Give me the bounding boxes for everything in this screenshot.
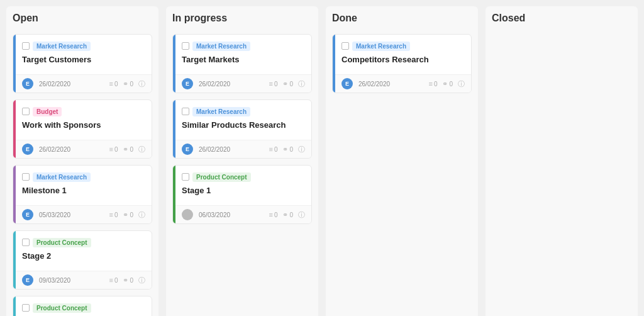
card-title: Similar Products Research — [182, 120, 305, 130]
card-footer: E26/02/2020≡ 0⚭ 0ⓘ — [13, 74, 152, 93]
card-accent-border — [13, 100, 16, 158]
link-count: ⚭ 0 — [123, 80, 133, 88]
card-category-badge: Product Concept — [33, 303, 91, 313]
card-checkbox[interactable] — [182, 173, 189, 181]
card-title: Competitors Research — [341, 55, 465, 64]
card-category-row: Market Research — [22, 171, 145, 184]
card-avatar: E — [22, 78, 33, 89]
card-accent-border — [173, 166, 175, 223]
task-card[interactable]: Market ResearchTarget CustomersE26/02/20… — [13, 34, 152, 93]
card-title: Stage 2 — [22, 251, 145, 261]
card-category-row: Budget — [22, 105, 145, 119]
card-checkbox[interactable] — [182, 42, 189, 50]
comment-icon: ≡ — [109, 145, 113, 153]
info-icon[interactable]: ⓘ — [138, 145, 145, 154]
card-title: Work with Sponsors — [22, 120, 145, 130]
info-icon[interactable]: ⓘ — [298, 210, 305, 220]
link-count: ⚭ 0 — [442, 80, 453, 88]
card-content: Market ResearchCompetitors Research — [333, 35, 471, 74]
task-card[interactable]: Product ConceptStage 2E09/03/2020≡ 0⚭ 0ⓘ — [13, 230, 152, 290]
card-category-row: Product Concept — [182, 171, 305, 184]
comment-number: 0 — [114, 81, 118, 87]
card-accent-border — [13, 166, 16, 223]
info-icon[interactable]: ⓘ — [458, 79, 465, 89]
card-date: 06/03/2020 — [199, 212, 230, 218]
task-card[interactable]: Product ConceptStage 106/03/2020≡ 0⚭ 0ⓘ — [172, 165, 312, 224]
card-checkbox[interactable] — [22, 239, 30, 246]
card-date: 26/02/2020 — [199, 81, 230, 87]
link-number: 0 — [130, 146, 133, 153]
card-footer-icons: ≡ 0⚭ 0ⓘ — [109, 79, 145, 89]
kanban-board: OpenMarket ResearchTarget CustomersE26/0… — [6, 6, 638, 316]
card-date: 26/02/2020 — [358, 81, 390, 87]
card-category-row: Market Research — [341, 40, 465, 54]
card-accent-border — [173, 100, 175, 158]
info-icon[interactable]: ⓘ — [298, 79, 305, 89]
card-date-section: E26/02/2020 — [22, 144, 70, 155]
card-avatar: E — [22, 209, 33, 220]
card-checkbox[interactable] — [22, 108, 30, 115]
link-icon: ⚭ — [282, 211, 288, 219]
comment-icon: ≡ — [109, 80, 113, 87]
card-date-section: E09/03/2020 — [22, 274, 70, 286]
card-checkbox[interactable] — [182, 108, 189, 115]
card-category-badge: Market Research — [33, 172, 91, 182]
card-date: 26/02/2020 — [39, 81, 70, 87]
column-inprogress: In progressMarket ResearchTarget Markets… — [166, 6, 318, 316]
card-footer-icons: ≡ 0⚭ 0ⓘ — [269, 145, 305, 154]
card-content: Product ConceptStage 1 — [173, 166, 311, 205]
card-footer-icons: ≡ 0⚭ 0ⓘ — [109, 210, 145, 220]
card-category-badge: Market Research — [192, 107, 250, 116]
column-header-open: Open — [13, 13, 152, 26]
comment-count: ≡ 0 — [269, 145, 277, 153]
card-checkbox[interactable] — [22, 173, 30, 181]
card-category-row: Market Research — [22, 40, 145, 54]
link-icon: ⚭ — [123, 80, 128, 88]
comment-icon: ≡ — [269, 80, 272, 87]
task-card[interactable]: BudgetWork with SponsorsE26/02/2020≡ 0⚭ … — [13, 99, 152, 159]
info-icon[interactable]: ⓘ — [138, 276, 145, 285]
comment-count: ≡ 0 — [428, 80, 437, 87]
card-date-section: E26/02/2020 — [22, 78, 70, 89]
card-checkbox[interactable] — [22, 42, 30, 50]
info-icon[interactable]: ⓘ — [138, 79, 145, 89]
link-count: ⚭ 0 — [282, 211, 293, 219]
column-closed: Closed — [486, 6, 638, 316]
card-title: Target Customers — [22, 55, 145, 64]
card-category-row: Market Research — [182, 105, 305, 119]
comment-count: ≡ 0 — [109, 211, 118, 218]
card-footer: E26/02/2020≡ 0⚭ 0ⓘ — [13, 140, 152, 158]
card-checkbox[interactable] — [341, 42, 349, 50]
card-footer: E09/03/2020≡ 0⚭ 0ⓘ — [13, 271, 152, 289]
comment-number: 0 — [114, 277, 118, 284]
info-icon[interactable]: ⓘ — [138, 210, 145, 220]
column-header-done: Done — [332, 13, 472, 26]
comment-number: 0 — [114, 212, 118, 218]
card-category-badge: Market Research — [192, 42, 250, 51]
card-avatar: E — [182, 78, 193, 89]
link-count: ⚭ 0 — [123, 211, 133, 219]
comment-number: 0 — [274, 146, 278, 153]
card-category-badge: Product Concept — [192, 172, 251, 182]
card-avatar — [182, 209, 193, 220]
link-number: 0 — [289, 212, 293, 218]
task-card[interactable]: Product ConceptStage 3E11/03/2020≡ 0⚭ 0ⓘ — [13, 296, 152, 316]
task-card[interactable]: Market ResearchCompetitors ResearchE26/0… — [332, 34, 472, 93]
task-card[interactable]: Market ResearchMilestone 1E05/03/2020≡ 0… — [13, 165, 152, 224]
card-category-badge: Budget — [33, 107, 62, 116]
card-accent-border — [333, 35, 335, 93]
info-icon[interactable]: ⓘ — [298, 145, 305, 154]
card-footer-icons: ≡ 0⚭ 0ⓘ — [109, 145, 145, 154]
task-card[interactable]: Market ResearchSimilar Products Research… — [172, 99, 312, 159]
card-date: 05/03/2020 — [39, 212, 70, 218]
link-icon: ⚭ — [282, 145, 288, 154]
comment-icon: ≡ — [428, 80, 432, 87]
comment-count: ≡ 0 — [109, 80, 118, 87]
link-icon: ⚭ — [123, 211, 128, 219]
link-number: 0 — [289, 81, 293, 87]
link-count: ⚭ 0 — [282, 80, 293, 88]
task-card[interactable]: Market ResearchTarget MarketsE26/02/2020… — [172, 34, 312, 93]
column-open: OpenMarket ResearchTarget CustomersE26/0… — [6, 6, 158, 316]
card-checkbox[interactable] — [22, 304, 30, 312]
comment-icon: ≡ — [269, 145, 272, 153]
